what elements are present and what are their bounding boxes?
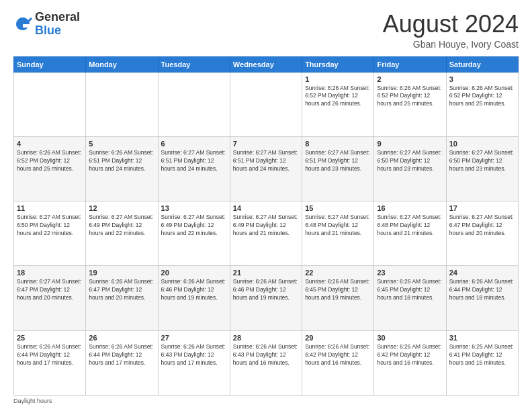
- day-detail: Sunrise: 6:27 AM Sunset: 6:49 PM Dayligh…: [233, 214, 299, 238]
- day-number: 1: [305, 75, 371, 83]
- calendar-cell: 29Sunrise: 6:26 AM Sunset: 6:42 PM Dayli…: [302, 330, 374, 395]
- weekday-header-sunday: Sunday: [14, 56, 86, 72]
- day-detail: Sunrise: 6:26 AM Sunset: 6:52 PM Dayligh…: [449, 85, 515, 109]
- day-number: 9: [377, 140, 443, 148]
- calendar-cell: 13Sunrise: 6:27 AM Sunset: 6:49 PM Dayli…: [158, 201, 230, 266]
- day-number: 25: [17, 334, 83, 342]
- calendar-cell: 12Sunrise: 6:27 AM Sunset: 6:49 PM Dayli…: [86, 201, 158, 266]
- day-number: 26: [89, 334, 154, 342]
- day-number: 19: [89, 269, 154, 277]
- calendar-cell: 3Sunrise: 6:26 AM Sunset: 6:52 PM Daylig…: [446, 72, 518, 136]
- weekday-header-thursday: Thursday: [302, 56, 374, 72]
- day-detail: Sunrise: 6:27 AM Sunset: 6:47 PM Dayligh…: [449, 214, 515, 238]
- calendar-cell: 8Sunrise: 6:27 AM Sunset: 6:51 PM Daylig…: [302, 136, 374, 201]
- day-detail: Sunrise: 6:27 AM Sunset: 6:49 PM Dayligh…: [161, 214, 227, 238]
- calendar-cell: 22Sunrise: 6:26 AM Sunset: 6:45 PM Dayli…: [302, 266, 374, 330]
- day-detail: Sunrise: 6:27 AM Sunset: 6:50 PM Dayligh…: [377, 149, 443, 173]
- calendar-cell: 24Sunrise: 6:26 AM Sunset: 6:44 PM Dayli…: [446, 266, 518, 330]
- page: General Blue August 2024 Gban Houye, Ivo…: [0, 0, 532, 411]
- day-detail: Sunrise: 6:27 AM Sunset: 6:48 PM Dayligh…: [377, 214, 443, 238]
- calendar-cell: 20Sunrise: 6:26 AM Sunset: 6:46 PM Dayli…: [158, 266, 230, 330]
- day-detail: Sunrise: 6:27 AM Sunset: 6:49 PM Dayligh…: [89, 214, 154, 238]
- week-row-4: 25Sunrise: 6:26 AM Sunset: 6:44 PM Dayli…: [14, 330, 519, 395]
- day-detail: Sunrise: 6:26 AM Sunset: 6:52 PM Dayligh…: [17, 149, 83, 173]
- footer-note: Daylight hours: [13, 396, 519, 404]
- calendar-cell: 18Sunrise: 6:27 AM Sunset: 6:47 PM Dayli…: [14, 266, 86, 330]
- day-detail: Sunrise: 6:26 AM Sunset: 6:46 PM Dayligh…: [161, 278, 227, 302]
- day-detail: Sunrise: 6:27 AM Sunset: 6:51 PM Dayligh…: [233, 149, 299, 173]
- calendar-cell: 4Sunrise: 6:26 AM Sunset: 6:52 PM Daylig…: [14, 136, 86, 201]
- day-number: 3: [449, 75, 515, 83]
- calendar-cell: 16Sunrise: 6:27 AM Sunset: 6:48 PM Dayli…: [374, 201, 446, 266]
- location: Gban Houye, Ivory Coast: [383, 39, 519, 50]
- day-number: 20: [161, 269, 227, 277]
- day-number: 2: [377, 75, 443, 83]
- calendar-cell: 23Sunrise: 6:26 AM Sunset: 6:45 PM Dayli…: [374, 266, 446, 330]
- day-number: 30: [377, 334, 443, 342]
- day-detail: Sunrise: 6:27 AM Sunset: 6:48 PM Dayligh…: [305, 214, 371, 238]
- day-detail: Sunrise: 6:27 AM Sunset: 6:50 PM Dayligh…: [449, 149, 515, 173]
- day-detail: Sunrise: 6:26 AM Sunset: 6:44 PM Dayligh…: [17, 343, 83, 367]
- calendar-cell: 15Sunrise: 6:27 AM Sunset: 6:48 PM Dayli…: [302, 201, 374, 266]
- logo: General Blue: [13, 11, 80, 38]
- calendar-table: SundayMondayTuesdayWednesdayThursdayFrid…: [13, 56, 519, 396]
- day-number: 31: [449, 334, 515, 342]
- calendar-cell: 26Sunrise: 6:26 AM Sunset: 6:44 PM Dayli…: [86, 330, 158, 395]
- day-detail: Sunrise: 6:27 AM Sunset: 6:51 PM Dayligh…: [305, 149, 371, 173]
- daylight-hours-label: Daylight hours: [13, 398, 52, 404]
- weekday-header-friday: Friday: [374, 56, 446, 72]
- month-title: August 2024: [383, 11, 519, 38]
- week-row-3: 18Sunrise: 6:27 AM Sunset: 6:47 PM Dayli…: [14, 266, 519, 330]
- calendar-cell: 1Sunrise: 6:26 AM Sunset: 6:52 PM Daylig…: [302, 72, 374, 136]
- calendar-cell: 2Sunrise: 6:26 AM Sunset: 6:52 PM Daylig…: [374, 72, 446, 136]
- calendar-cell: 11Sunrise: 6:27 AM Sunset: 6:50 PM Dayli…: [14, 201, 86, 266]
- day-number: 15: [305, 204, 371, 212]
- day-detail: Sunrise: 6:27 AM Sunset: 6:51 PM Dayligh…: [161, 149, 227, 173]
- day-number: 17: [449, 204, 515, 212]
- calendar-cell: 7Sunrise: 6:27 AM Sunset: 6:51 PM Daylig…: [230, 136, 302, 201]
- day-number: 24: [449, 269, 515, 277]
- day-detail: Sunrise: 6:26 AM Sunset: 6:43 PM Dayligh…: [233, 343, 299, 367]
- day-detail: Sunrise: 6:27 AM Sunset: 6:50 PM Dayligh…: [17, 214, 83, 238]
- weekday-header-wednesday: Wednesday: [230, 56, 302, 72]
- day-detail: Sunrise: 6:26 AM Sunset: 6:46 PM Dayligh…: [233, 278, 299, 302]
- header: General Blue August 2024 Gban Houye, Ivo…: [13, 11, 519, 50]
- day-detail: Sunrise: 6:26 AM Sunset: 6:42 PM Dayligh…: [377, 343, 443, 367]
- day-number: 12: [89, 204, 154, 212]
- day-number: 6: [161, 140, 227, 148]
- day-detail: Sunrise: 6:26 AM Sunset: 6:51 PM Dayligh…: [89, 149, 154, 173]
- day-number: 18: [17, 269, 83, 277]
- day-detail: Sunrise: 6:26 AM Sunset: 6:45 PM Dayligh…: [305, 278, 371, 302]
- logo-blue-text: Blue: [35, 24, 61, 37]
- day-number: 16: [377, 204, 443, 212]
- calendar-cell: 19Sunrise: 6:26 AM Sunset: 6:47 PM Dayli…: [86, 266, 158, 330]
- logo-general-text: General: [35, 10, 80, 24]
- day-detail: Sunrise: 6:26 AM Sunset: 6:44 PM Dayligh…: [449, 278, 515, 302]
- day-number: 11: [17, 204, 83, 212]
- calendar-cell: 17Sunrise: 6:27 AM Sunset: 6:47 PM Dayli…: [446, 201, 518, 266]
- calendar-cell: [14, 72, 86, 136]
- day-detail: Sunrise: 6:26 AM Sunset: 6:42 PM Dayligh…: [305, 343, 371, 367]
- day-number: 10: [449, 140, 515, 148]
- day-number: 21: [233, 269, 299, 277]
- day-detail: Sunrise: 6:26 AM Sunset: 6:52 PM Dayligh…: [305, 85, 371, 109]
- calendar-body: 1Sunrise: 6:26 AM Sunset: 6:52 PM Daylig…: [14, 72, 519, 395]
- day-number: 7: [233, 140, 299, 148]
- day-number: 4: [17, 140, 83, 148]
- day-detail: Sunrise: 6:26 AM Sunset: 6:52 PM Dayligh…: [377, 85, 443, 109]
- day-number: 27: [161, 334, 227, 342]
- day-number: 13: [161, 204, 227, 212]
- day-number: 28: [233, 334, 299, 342]
- calendar-cell: [86, 72, 158, 136]
- calendar-cell: 31Sunrise: 6:25 AM Sunset: 6:41 PM Dayli…: [446, 330, 518, 395]
- day-number: 23: [377, 269, 443, 277]
- weekday-row: SundayMondayTuesdayWednesdayThursdayFrid…: [14, 56, 519, 72]
- day-number: 29: [305, 334, 371, 342]
- calendar-cell: [158, 72, 230, 136]
- weekday-header-tuesday: Tuesday: [158, 56, 230, 72]
- calendar-cell: 14Sunrise: 6:27 AM Sunset: 6:49 PM Dayli…: [230, 201, 302, 266]
- calendar-cell: 27Sunrise: 6:26 AM Sunset: 6:43 PM Dayli…: [158, 330, 230, 395]
- calendar-cell: 28Sunrise: 6:26 AM Sunset: 6:43 PM Dayli…: [230, 330, 302, 395]
- day-detail: Sunrise: 6:25 AM Sunset: 6:41 PM Dayligh…: [449, 343, 515, 367]
- day-number: 14: [233, 204, 299, 212]
